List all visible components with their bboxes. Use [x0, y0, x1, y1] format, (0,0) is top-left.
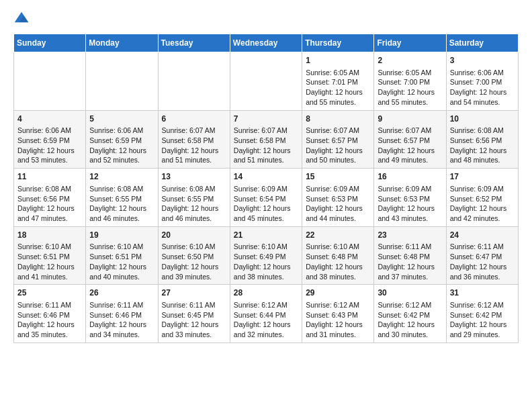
- day-info: Sunrise: 6:05 AM: [378, 68, 442, 78]
- calendar-cell: 3Sunrise: 6:06 AMSunset: 7:00 PMDaylight…: [446, 52, 518, 111]
- day-info: Daylight: 12 hours: [306, 146, 370, 156]
- day-info: Sunset: 6:48 PM: [306, 252, 370, 262]
- calendar-cell: 22Sunrise: 6:10 AMSunset: 6:48 PMDayligh…: [302, 226, 374, 285]
- calendar-cell: 14Sunrise: 6:09 AMSunset: 6:54 PMDayligh…: [230, 169, 302, 227]
- calendar-cell: 2Sunrise: 6:05 AMSunset: 7:00 PMDaylight…: [374, 52, 446, 111]
- day-info: Daylight: 12 hours: [450, 320, 515, 330]
- calendar-cell: 19Sunrise: 6:10 AMSunset: 6:51 PMDayligh…: [86, 226, 158, 285]
- day-info: Daylight: 12 hours: [89, 146, 154, 156]
- calendar-cell: 10Sunrise: 6:08 AMSunset: 6:56 PMDayligh…: [446, 110, 518, 169]
- day-info: Daylight: 12 hours: [162, 146, 226, 156]
- day-info: Sunrise: 6:10 AM: [17, 242, 82, 252]
- day-info: Sunrise: 6:10 AM: [234, 242, 298, 252]
- day-number: 6: [162, 113, 226, 125]
- calendar-cell: 23Sunrise: 6:11 AMSunset: 6:48 PMDayligh…: [374, 226, 446, 285]
- day-info: Daylight: 12 hours: [234, 203, 298, 214]
- day-number: 22: [306, 230, 370, 241]
- day-info: Sunrise: 6:12 AM: [450, 300, 515, 310]
- day-number: 27: [162, 287, 226, 299]
- calendar-day-header: Saturday: [446, 34, 518, 52]
- day-info: Daylight: 12 hours: [378, 262, 442, 272]
- calendar-cell: 18Sunrise: 6:10 AMSunset: 6:51 PMDayligh…: [14, 226, 86, 285]
- day-info: Sunrise: 6:08 AM: [17, 184, 82, 194]
- day-number: 26: [89, 287, 154, 299]
- calendar-cell: 31Sunrise: 6:12 AMSunset: 6:42 PMDayligh…: [446, 285, 518, 343]
- calendar-cell: 21Sunrise: 6:10 AMSunset: 6:49 PMDayligh…: [230, 226, 302, 285]
- calendar-cell: 26Sunrise: 6:11 AMSunset: 6:46 PMDayligh…: [86, 285, 158, 343]
- day-number: 31: [450, 287, 515, 299]
- day-info: and 38 minutes.: [306, 272, 370, 282]
- day-info: and 50 minutes.: [306, 155, 370, 165]
- day-info: and 29 minutes.: [450, 330, 515, 340]
- day-info: Sunrise: 6:11 AM: [162, 300, 226, 310]
- day-info: Sunrise: 6:06 AM: [450, 68, 515, 78]
- calendar-cell: 28Sunrise: 6:12 AMSunset: 6:44 PMDayligh…: [230, 285, 302, 343]
- page-header: [13, 11, 519, 27]
- day-number: 19: [89, 230, 154, 241]
- day-info: and 51 minutes.: [162, 155, 226, 165]
- day-info: and 43 minutes.: [378, 214, 442, 224]
- day-info: and 36 minutes.: [450, 272, 515, 282]
- day-info: Sunrise: 6:07 AM: [162, 126, 226, 136]
- day-info: Sunrise: 6:10 AM: [162, 242, 226, 252]
- day-number: 24: [450, 230, 515, 241]
- calendar-day-header: Tuesday: [158, 34, 230, 52]
- day-info: Daylight: 12 hours: [17, 203, 82, 214]
- day-info: Sunset: 7:01 PM: [306, 77, 370, 87]
- day-info: and 53 minutes.: [17, 155, 82, 165]
- day-info: Sunrise: 6:11 AM: [378, 242, 442, 252]
- calendar-cell: 24Sunrise: 6:11 AMSunset: 6:47 PMDayligh…: [446, 226, 518, 285]
- calendar-cell: 7Sunrise: 6:07 AMSunset: 6:58 PMDaylight…: [230, 110, 302, 169]
- day-info: Daylight: 12 hours: [378, 146, 442, 156]
- day-info: Sunrise: 6:08 AM: [89, 184, 154, 194]
- day-number: 28: [234, 287, 298, 299]
- day-info: Sunset: 6:56 PM: [17, 194, 82, 204]
- day-number: 29: [306, 287, 370, 299]
- day-info: Sunset: 6:54 PM: [234, 194, 298, 204]
- day-info: Sunset: 6:58 PM: [162, 136, 226, 146]
- day-number: 1: [306, 55, 370, 66]
- calendar-cell: 12Sunrise: 6:08 AMSunset: 6:55 PMDayligh…: [86, 169, 158, 227]
- day-info: and 48 minutes.: [450, 155, 515, 165]
- day-info: Sunrise: 6:05 AM: [306, 68, 370, 78]
- calendar-cell: 5Sunrise: 6:06 AMSunset: 6:59 PMDaylight…: [86, 110, 158, 169]
- day-info: Sunset: 6:46 PM: [17, 310, 82, 320]
- calendar-cell: 25Sunrise: 6:11 AMSunset: 6:46 PMDayligh…: [14, 285, 86, 343]
- day-info: Sunset: 6:48 PM: [378, 252, 442, 262]
- day-number: 4: [17, 113, 82, 125]
- day-number: 12: [89, 171, 154, 183]
- logo-icon: [13, 11, 30, 27]
- day-info: Sunset: 6:55 PM: [162, 194, 226, 204]
- calendar-table: SundayMondayTuesdayWednesdayThursdayFrid…: [13, 34, 519, 343]
- day-info: Daylight: 12 hours: [306, 87, 370, 97]
- calendar-day-header: Monday: [86, 34, 158, 52]
- day-info: Daylight: 12 hours: [306, 203, 370, 214]
- calendar-cell: [86, 52, 158, 111]
- day-info: Sunset: 6:45 PM: [162, 310, 226, 320]
- day-info: Sunrise: 6:07 AM: [378, 126, 442, 136]
- day-info: Daylight: 12 hours: [450, 203, 515, 214]
- day-info: Daylight: 12 hours: [234, 146, 298, 156]
- calendar-week-row: 18Sunrise: 6:10 AMSunset: 6:51 PMDayligh…: [14, 226, 519, 285]
- day-info: and 38 minutes.: [234, 272, 298, 282]
- day-info: Daylight: 12 hours: [17, 146, 82, 156]
- day-info: Daylight: 12 hours: [162, 262, 226, 272]
- day-info: Sunrise: 6:08 AM: [450, 126, 515, 136]
- calendar-header-row: SundayMondayTuesdayWednesdayThursdayFrid…: [14, 34, 519, 52]
- day-info: Sunrise: 6:09 AM: [450, 184, 515, 194]
- day-info: Sunset: 7:00 PM: [378, 77, 442, 87]
- day-info: Sunrise: 6:12 AM: [306, 300, 370, 310]
- day-info: Daylight: 12 hours: [450, 262, 515, 272]
- calendar-cell: [230, 52, 302, 111]
- calendar-cell: 16Sunrise: 6:09 AMSunset: 6:53 PMDayligh…: [374, 169, 446, 227]
- day-info: Sunrise: 6:11 AM: [450, 242, 515, 252]
- day-number: 8: [306, 113, 370, 125]
- day-info: Sunset: 6:51 PM: [89, 252, 154, 262]
- day-info: Sunrise: 6:12 AM: [378, 300, 442, 310]
- day-info: and 55 minutes.: [306, 97, 370, 107]
- day-info: Sunset: 6:58 PM: [234, 136, 298, 146]
- day-info: Sunrise: 6:09 AM: [234, 184, 298, 194]
- day-info: Daylight: 12 hours: [234, 262, 298, 272]
- calendar-cell: 4Sunrise: 6:06 AMSunset: 6:59 PMDaylight…: [14, 110, 86, 169]
- day-info: and 54 minutes.: [450, 97, 515, 107]
